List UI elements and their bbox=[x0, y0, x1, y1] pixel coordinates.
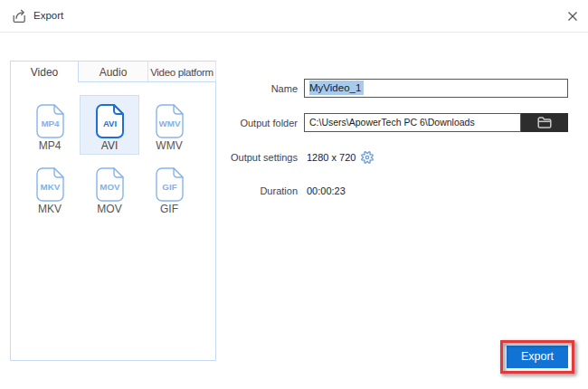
svg-text:AVI: AVI bbox=[102, 119, 116, 128]
svg-text:WMV: WMV bbox=[158, 119, 180, 128]
svg-text:GIF: GIF bbox=[162, 182, 176, 192]
svg-text:MOV: MOV bbox=[100, 182, 120, 192]
svg-text:MP4: MP4 bbox=[41, 119, 60, 128]
svg-text:MKV: MKV bbox=[40, 182, 60, 192]
